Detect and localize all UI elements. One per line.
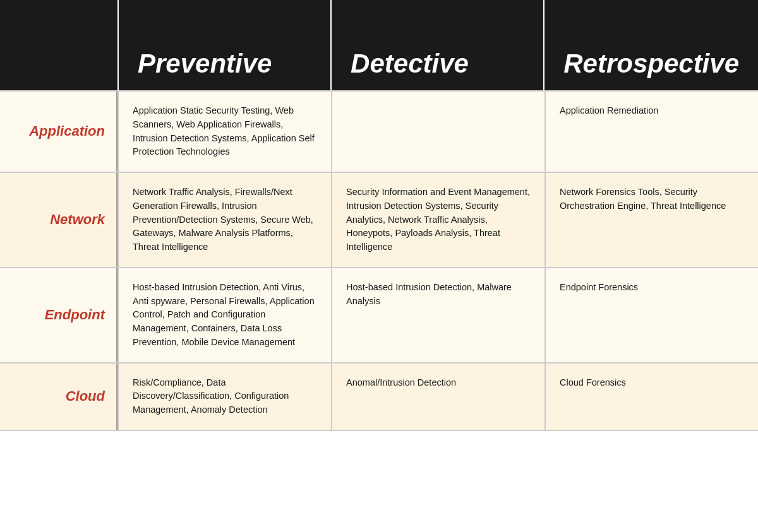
row-label-application: Application — [0, 92, 117, 172]
cell-endpoint-col2: Host-based Intrusion Detection, Malware … — [331, 268, 544, 362]
cell-endpoint-col3: Endpoint Forensics — [544, 268, 758, 362]
cell-network-col1: Network Traffic Analysis, Firewalls/Next… — [117, 173, 331, 267]
rows-container: ApplicationApplication Static Security T… — [0, 90, 758, 431]
header-retrospective-label: Retrospective — [563, 50, 739, 78]
header-empty-cell — [0, 0, 117, 90]
cell-application-col1: Application Static Security Testing, Web… — [117, 92, 331, 172]
header-detective: Detective — [330, 0, 543, 90]
cell-cloud-col1: Risk/Compliance, Data Discovery/Classifi… — [117, 364, 331, 430]
data-row-cloud: CloudRisk/Compliance, Data Discovery/Cla… — [0, 362, 758, 431]
header-row: Preventive Detective Retrospective — [0, 0, 758, 90]
header-detective-label: Detective — [351, 50, 469, 78]
row-label-text-application: Application — [29, 123, 105, 139]
row-label-endpoint: Endpoint — [0, 268, 117, 362]
row-label-text-cloud: Cloud — [66, 388, 105, 405]
cell-application-col3: Application Remediation — [544, 92, 758, 172]
header-preventive-label: Preventive — [138, 50, 272, 78]
cell-application-col2 — [331, 92, 544, 172]
cell-cloud-col3: Cloud Forensics — [544, 364, 758, 430]
data-row-endpoint: EndpointHost-based Intrusion Detection, … — [0, 267, 758, 362]
row-label-network: Network — [0, 173, 117, 267]
row-label-text-network: Network — [50, 211, 105, 228]
cell-network-col2: Security Information and Event Managemen… — [331, 173, 544, 267]
row-label-cloud: Cloud — [0, 364, 117, 430]
cell-network-col3: Network Forensics Tools, Security Orches… — [544, 173, 758, 267]
header-retrospective: Retrospective — [543, 0, 758, 90]
data-row-network: NetworkNetwork Traffic Analysis, Firewal… — [0, 172, 758, 267]
cell-endpoint-col1: Host-based Intrusion Detection, Anti Vir… — [117, 268, 331, 362]
row-label-text-endpoint: Endpoint — [45, 307, 105, 323]
main-table: Preventive Detective Retrospective Appli… — [0, 0, 758, 431]
header-preventive: Preventive — [117, 0, 330, 90]
data-row-application: ApplicationApplication Static Security T… — [0, 90, 758, 172]
cell-cloud-col2: Anomal/Intrusion Detection — [331, 364, 544, 430]
